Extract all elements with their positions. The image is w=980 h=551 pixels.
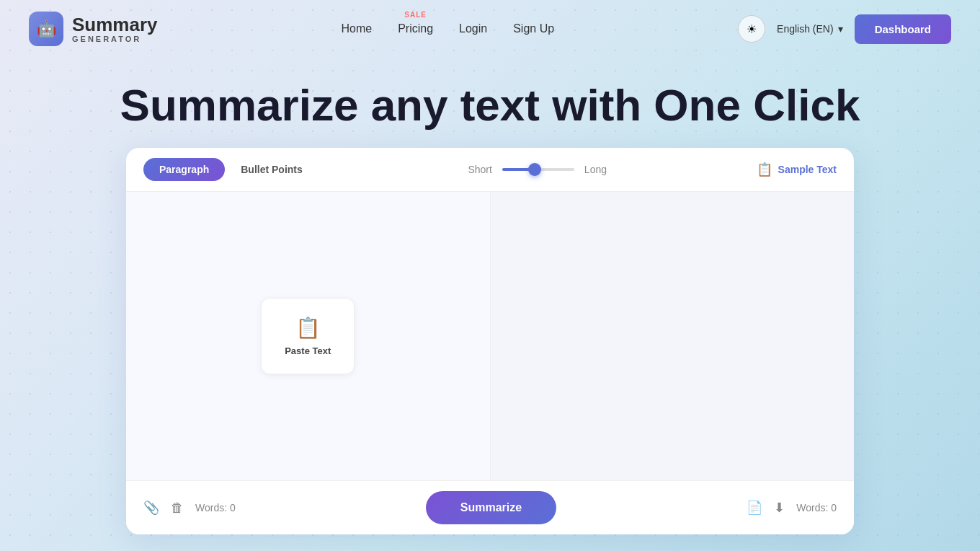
bottom-right: 📄 ⬇ Words: 0: [747, 500, 837, 516]
copy-icon: 📄: [747, 501, 762, 515]
logo-sub: GENERATOR: [72, 35, 158, 43]
nav-pricing[interactable]: SALE Pricing: [398, 22, 433, 35]
sun-icon: ☀: [747, 22, 757, 36]
nav-home[interactable]: Home: [341, 22, 372, 35]
logo-title: Summary: [72, 14, 158, 35]
output-word-count: Words: 0: [796, 502, 837, 513]
long-label: Long: [584, 164, 607, 175]
hero-title: Summarize any text with One Click: [0, 79, 980, 131]
copy-button[interactable]: 📄: [747, 500, 762, 516]
nav-links: Home SALE Pricing Login Sign Up: [341, 22, 554, 35]
tab-paragraph[interactable]: Paragraph: [143, 158, 225, 181]
paperclip-icon: 📎: [143, 501, 159, 515]
output-pane: [491, 192, 855, 480]
logo-icon: 🤖: [29, 12, 63, 46]
bottom-left: 📎 🗑 Words: 0: [143, 500, 236, 516]
logo-text: Summary GENERATOR: [72, 14, 158, 44]
content-area: 📋 Paste Text: [126, 192, 854, 480]
summarize-button[interactable]: Summarize: [426, 491, 556, 524]
nav-login[interactable]: Login: [459, 22, 487, 35]
nav-right: ☀ English (EN) ▾ Dashboard: [738, 14, 951, 44]
input-word-count: Words: 0: [195, 502, 236, 513]
navbar: 🤖 Summary GENERATOR Home SALE Pricing Lo…: [0, 0, 980, 58]
nav-signup[interactable]: Sign Up: [513, 22, 554, 35]
bottom-bar: 📎 🗑 Words: 0 Summarize 📄 ⬇ Words: 0: [126, 480, 854, 534]
trash-icon: 🗑: [171, 501, 184, 515]
tab-group: Paragraph Bullet Points: [143, 158, 318, 181]
tab-bullet-points[interactable]: Bullet Points: [225, 158, 318, 181]
sale-badge: SALE: [404, 11, 427, 19]
theme-toggle-button[interactable]: ☀: [738, 15, 765, 43]
length-control: Short Long: [468, 164, 607, 175]
download-button[interactable]: ⬇: [774, 500, 785, 516]
delete-button[interactable]: 🗑: [171, 501, 184, 516]
short-label: Short: [468, 164, 491, 175]
slider-thumb: [528, 163, 541, 176]
chevron-down-icon: ▾: [838, 23, 843, 35]
language-selector[interactable]: English (EN) ▾: [777, 23, 843, 35]
hero-section: Summarize any text with One Click: [0, 58, 980, 148]
input-pane[interactable]: 📋 Paste Text: [126, 192, 491, 480]
paste-text-button[interactable]: 📋 Paste Text: [261, 298, 355, 374]
paste-label: Paste Text: [285, 345, 331, 356]
slider-track: [502, 168, 574, 171]
logo: 🤖 Summary GENERATOR: [29, 12, 158, 46]
sample-text-label: Sample Text: [778, 164, 837, 175]
sample-text-button[interactable]: 📋 Sample Text: [757, 162, 837, 177]
language-label: English (EN): [777, 23, 834, 35]
paste-icon: 📋: [295, 316, 321, 340]
attach-button[interactable]: 📎: [143, 500, 159, 516]
main-card: Paragraph Bullet Points Short Long 📋 Sam…: [126, 148, 854, 534]
dashboard-button[interactable]: Dashboard: [855, 14, 951, 44]
toolbar: Paragraph Bullet Points Short Long 📋 Sam…: [126, 148, 854, 192]
clipboard-icon: 📋: [757, 162, 772, 177]
download-icon: ⬇: [774, 501, 785, 515]
length-slider[interactable]: [502, 168, 574, 171]
